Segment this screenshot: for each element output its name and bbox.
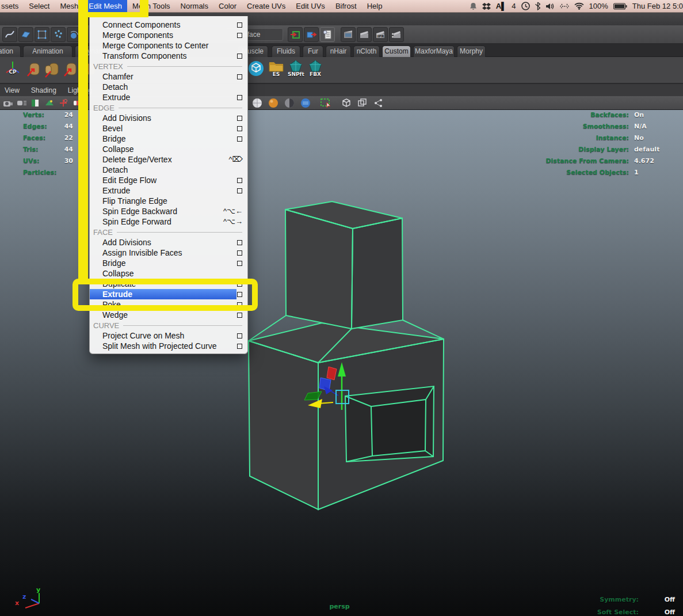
curve-tool-icon[interactable] — [2, 27, 17, 42]
option-box[interactable] — [237, 95, 242, 100]
render-current-frame-icon[interactable] — [357, 27, 372, 42]
menu-item-extrude-edge[interactable]: Extrude — [90, 185, 247, 196]
notifications-icon[interactable] — [470, 2, 477, 10]
menu-item-extrude-vertex[interactable]: Extrude — [90, 92, 247, 102]
cp-shelf-button[interactable]: CP — [3, 60, 22, 75]
render-settings-icon[interactable] — [389, 27, 404, 42]
option-box[interactable] — [237, 116, 242, 121]
menu-item-bridge-face[interactable]: Bridge — [90, 258, 247, 268]
menu-edit-mesh[interactable]: Edit Mesh — [83, 0, 127, 12]
option-box[interactable] — [237, 188, 242, 193]
option-box[interactable] — [237, 126, 242, 131]
shelf-tab-morphy[interactable]: Morphy — [457, 45, 486, 57]
connections-icon[interactable] — [373, 97, 384, 109]
menu-create-uvs[interactable]: Create UVs — [242, 0, 291, 12]
option-box[interactable] — [237, 136, 242, 142]
export-icon[interactable] — [304, 27, 319, 42]
cv-tool-shelf-button[interactable] — [44, 60, 61, 81]
import-icon[interactable] — [288, 27, 303, 42]
menu-item-transform-components[interactable]: Transform Components — [90, 51, 247, 61]
option-box[interactable] — [237, 178, 242, 183]
bookmarks-icon[interactable] — [30, 97, 41, 109]
shelf-tab-custom[interactable]: Custom — [382, 45, 411, 57]
shelf-tab-ncloth[interactable]: nCloth — [353, 45, 380, 57]
shelf-tab[interactable]: ation — [0, 45, 21, 57]
menu-item-assign-invisible-faces[interactable]: Assign Invisible Faces — [90, 248, 247, 258]
two-d-pan-zoom-icon[interactable] — [58, 97, 69, 109]
particles-tool-icon[interactable] — [51, 27, 66, 42]
option-box[interactable] — [237, 22, 242, 28]
panel-menu-shading[interactable]: Shading — [31, 86, 56, 94]
keyboard-switch-icon[interactable] — [560, 3, 569, 9]
option-box[interactable] — [237, 261, 242, 266]
dropbox-icon[interactable] — [482, 2, 491, 10]
menu-normals[interactable]: Normals — [175, 0, 213, 12]
panel-menu-view[interactable]: View — [5, 86, 20, 94]
es-folder-shelf-button[interactable]: ES — [268, 60, 284, 77]
wireframe-display-icon[interactable] — [251, 97, 263, 109]
exposure-icon[interactable] — [357, 97, 368, 109]
shaded-display-icon[interactable] — [268, 97, 279, 109]
cv-tool-shelf-button[interactable] — [25, 60, 43, 81]
bluetooth-icon[interactable] — [535, 2, 540, 10]
render-view-icon[interactable] — [341, 27, 356, 42]
menu-item-split-mesh-with-projected-curve[interactable]: Split Mesh with Projected Curve — [90, 341, 247, 351]
menu-color[interactable]: Color — [213, 0, 242, 12]
menu-item-connect-components[interactable]: Connect Components — [90, 20, 247, 30]
menu-item-detach-vertex[interactable]: Detach — [90, 82, 247, 92]
wifi-icon[interactable] — [574, 2, 584, 10]
select-camera-icon[interactable] — [2, 97, 14, 109]
menu-item-detach-edge[interactable]: Detach — [90, 165, 247, 175]
shelf-tab-nhair[interactable]: nHair — [326, 45, 351, 57]
snpft-shelf-button[interactable]: SNPft — [288, 60, 304, 77]
menu-item-project-curve-on-mesh[interactable]: Project Curve on Mesh — [90, 330, 247, 341]
menu-help[interactable]: Help — [362, 0, 388, 12]
surface-tool-icon[interactable] — [18, 27, 33, 42]
adobe-icon[interactable]: A▌ — [496, 2, 507, 10]
menu-item-spin-edge-forward[interactable]: Spin Edge Forward^⌥→ — [90, 216, 247, 227]
isolate-select-icon[interactable] — [320, 97, 331, 109]
option-box[interactable] — [237, 333, 242, 339]
menu-edit-uvs[interactable]: Edit UVs — [291, 0, 330, 12]
menu-item-wedge-face[interactable]: Wedge — [90, 310, 247, 320]
menu-mesh-tools[interactable]: Mesh Tools — [127, 0, 175, 12]
option-box[interactable] — [237, 54, 242, 59]
cube-shelf-button[interactable] — [247, 60, 265, 77]
menu-assets[interactable]: ssets — [0, 0, 24, 12]
cv-tool-shelf-button[interactable] — [62, 60, 79, 81]
menu-bifrost[interactable]: Bifrost — [330, 0, 362, 12]
menu-item-merge-components[interactable]: Merge Components — [90, 30, 247, 40]
menu-item-add-divisions-face[interactable]: Add Divisions — [90, 237, 247, 248]
option-box[interactable] — [237, 33, 242, 38]
menu-item-add-divisions-edge[interactable]: Add Divisions — [90, 113, 247, 123]
menu-item-spin-edge-backward[interactable]: Spin Edge Backward^⌥← — [90, 206, 247, 216]
xray-display-icon[interactable] — [341, 97, 352, 109]
menu-item-bevel[interactable]: Bevel — [90, 123, 247, 134]
menu-item-edit-edge-flow[interactable]: Edit Edge Flow — [90, 175, 247, 185]
time-machine-icon[interactable] — [521, 2, 530, 10]
shelf-tab-animation[interactable]: Animation — [23, 45, 73, 57]
volume-icon[interactable] — [545, 2, 555, 10]
use-all-lights-icon[interactable] — [300, 97, 311, 109]
menu-item-flip-triangle-edge[interactable]: Flip Triangle Edge — [90, 196, 247, 206]
recent-commands-icon[interactable] — [320, 27, 335, 42]
menu-item-delete-edge-vertex[interactable]: Delete Edge/Vertex^⌦ — [90, 154, 247, 165]
menu-item-collapse-edge[interactable]: Collapse — [90, 144, 247, 154]
lattice-tool-icon[interactable] — [35, 27, 49, 42]
fbx-shelf-button[interactable]: FBX — [307, 60, 323, 77]
option-box[interactable] — [237, 74, 242, 79]
option-box[interactable] — [237, 313, 242, 318]
option-box[interactable] — [237, 240, 242, 245]
shelf-tab-maxformaya[interactable]: MaxforMaya — [413, 45, 455, 57]
camera-attributes-icon[interactable] — [16, 97, 28, 109]
ipr-render-icon[interactable]: IPR — [373, 27, 388, 42]
textured-display-icon[interactable] — [284, 97, 295, 109]
option-box[interactable] — [237, 250, 242, 256]
menu-bar-clock[interactable]: Thu Feb 12 5:0 — [632, 2, 683, 10]
menu-select[interactable]: Select — [24, 0, 55, 12]
menu-item-collapse-face[interactable]: Collapse — [90, 268, 247, 279]
menu-item-bridge-edge[interactable]: Bridge — [90, 134, 247, 144]
shelf-tab-fur[interactable]: Fur — [303, 45, 323, 57]
menu-item-merge-components-to-center[interactable]: Merge Components to Center — [90, 40, 247, 51]
option-box[interactable] — [237, 344, 242, 349]
